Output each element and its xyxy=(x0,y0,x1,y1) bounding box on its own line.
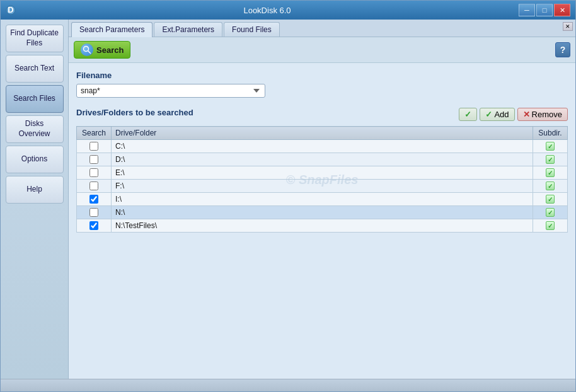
table-row: N:\ ✓ xyxy=(77,206,568,219)
main-area: Search Parameters Ext.Parameters Found F… xyxy=(69,20,575,379)
add-button[interactable]: ✓ Add xyxy=(480,108,514,121)
title-bar: D LookDisk 6.0 ─ □ ✕ xyxy=(1,1,575,20)
content-area: Find Duplicate Files Search Text Search … xyxy=(1,20,575,379)
drive-path-f: F:\ xyxy=(112,180,533,193)
check-button[interactable]: ✓ xyxy=(459,108,477,121)
search-checkbox-f[interactable] xyxy=(89,182,98,190)
col-header-search: Search xyxy=(77,127,112,140)
search-icon xyxy=(81,43,93,56)
drives-section: Drives/Folders to be searched ✓ ✓ Add ✕ xyxy=(76,108,568,233)
search-checkbox-d[interactable] xyxy=(89,155,98,164)
table-row: E:\ ✓ xyxy=(77,166,568,180)
title-bar-controls: ─ □ ✕ xyxy=(519,4,570,16)
table-row: C:\ ✓ xyxy=(77,140,568,153)
help-button[interactable]: ? xyxy=(555,42,570,57)
table-row: D:\ ✓ xyxy=(77,153,568,166)
remove-button[interactable]: ✕ Remove xyxy=(517,108,568,121)
sidebar: Find Duplicate Files Search Text Search … xyxy=(1,20,69,379)
drives-actions: ✓ ✓ Add ✕ Remove xyxy=(459,108,568,121)
drive-path-c: C:\ xyxy=(112,140,533,153)
search-checkbox-ntestfiles[interactable] xyxy=(89,221,98,230)
drives-label: Drives/Folders to be searched xyxy=(76,108,193,117)
svg-point-2 xyxy=(84,47,89,52)
sidebar-item-search-files[interactable]: Search Files xyxy=(6,85,64,113)
app-icon: D xyxy=(6,5,16,15)
tab-search-parameters[interactable]: Search Parameters xyxy=(71,22,153,37)
filename-select[interactable]: snap* * *.txt *.doc xyxy=(76,84,265,98)
drive-path-e: E:\ xyxy=(112,166,533,180)
table-row: F:\ ✓ xyxy=(77,180,568,193)
tab-found-files[interactable]: Found Files xyxy=(224,22,280,37)
tab-close-button[interactable]: ✕ xyxy=(563,22,573,31)
table-row: I:\ ✓ xyxy=(77,193,568,206)
filename-section: Filename snap* * *.txt *.doc xyxy=(76,71,568,98)
search-checkbox-i[interactable] xyxy=(89,195,98,204)
search-check-cell xyxy=(77,140,112,153)
drive-path-i: I:\ xyxy=(112,193,533,206)
filename-label: Filename xyxy=(76,71,568,80)
drive-path-d: D:\ xyxy=(112,153,533,166)
tab-ext-parameters[interactable]: Ext.Parameters xyxy=(154,22,222,37)
status-bar xyxy=(1,379,575,391)
col-header-drive: Drive/Folder xyxy=(112,127,533,140)
close-button[interactable]: ✕ xyxy=(554,4,570,16)
sidebar-item-find-duplicate[interactable]: Find Duplicate Files xyxy=(6,25,64,52)
drives-header: Drives/Folders to be searched ✓ ✓ Add ✕ xyxy=(76,108,568,121)
search-checkbox-c[interactable] xyxy=(89,142,98,151)
svg-line-3 xyxy=(88,51,91,54)
search-button[interactable]: Search xyxy=(74,41,130,59)
tab-content: Filename snap* * *.txt *.doc Drives/Fold… xyxy=(69,63,575,379)
main-window: D LookDisk 6.0 ─ □ ✕ Find Duplicate File… xyxy=(0,0,576,392)
maximize-button[interactable]: □ xyxy=(536,4,553,16)
minimize-button[interactable]: ─ xyxy=(519,4,535,16)
search-checkbox-e[interactable] xyxy=(89,168,98,177)
drives-table: Search Drive/Folder Subdir. xyxy=(76,126,568,233)
drive-path-n: N:\ xyxy=(112,206,533,219)
sidebar-item-options[interactable]: Options xyxy=(6,146,64,173)
svg-text:D: D xyxy=(8,5,13,14)
tab-bar: Search Parameters Ext.Parameters Found F… xyxy=(69,20,575,37)
drive-path-ntestfiles: N:\TestFiles\ xyxy=(112,219,533,233)
sidebar-item-search-text[interactable]: Search Text xyxy=(6,55,64,83)
toolbar: Search ? xyxy=(69,37,575,63)
col-header-subdir: Subdir. xyxy=(533,127,568,140)
search-checkbox-n[interactable] xyxy=(89,208,98,217)
drives-container: Search Drive/Folder Subdir. xyxy=(76,126,568,233)
table-row: N:\TestFiles\ ✓ xyxy=(77,219,568,233)
sidebar-item-help[interactable]: Help xyxy=(6,176,64,204)
subdir-check-c: ✓ xyxy=(533,140,568,153)
window-title: LookDisk 6.0 xyxy=(16,6,519,15)
sidebar-item-disks-overview[interactable]: Disks Overview xyxy=(6,115,64,143)
